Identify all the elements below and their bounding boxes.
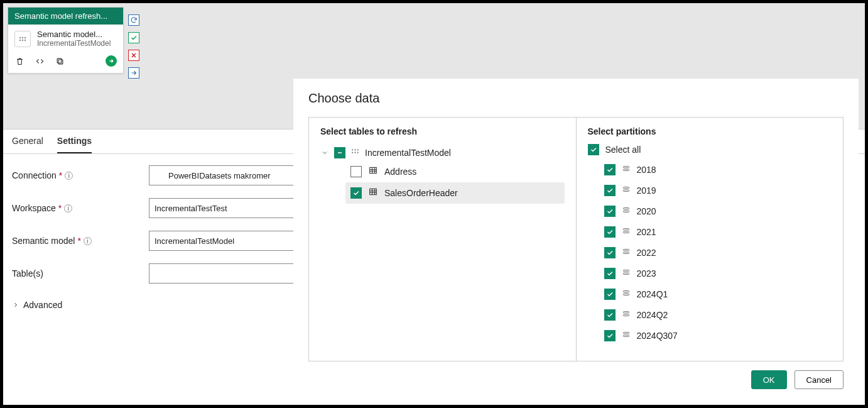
workspace-label: Workspace * i [12, 203, 149, 213]
delete-icon[interactable] [14, 56, 24, 66]
success-status-icon[interactable] [128, 32, 139, 43]
required-marker: * [59, 170, 62, 180]
cancel-button[interactable]: Cancel [795, 370, 844, 389]
svg-rect-35 [623, 294, 629, 295]
svg-point-18 [354, 152, 355, 153]
table-row[interactable]: SalesOrderHeader [345, 182, 565, 204]
partition-label: 2019 [637, 185, 656, 196]
activity-labels: Semantic model... IncrementalTestModel [37, 30, 111, 48]
partition-row[interactable]: 2020 [604, 206, 832, 217]
select-all-checkbox[interactable] [588, 144, 599, 155]
select-all-label: Select all [605, 145, 641, 155]
svg-point-3 [19, 39, 21, 40]
partition-label: 2023 [637, 268, 656, 278]
skip-status-icon[interactable] [128, 67, 139, 79]
tables-label: Table(s) [12, 268, 149, 278]
partition-row[interactable]: 2023 [604, 268, 832, 279]
semantic-model-label: Semantic model * i [12, 236, 149, 246]
activity-footer-actions [14, 56, 65, 66]
partition-row[interactable]: 2019 [604, 185, 832, 196]
svg-rect-39 [623, 335, 629, 336]
tables-pane-title: Select tables to refresh [320, 126, 565, 136]
table-row[interactable]: Address [345, 161, 565, 182]
code-icon[interactable] [35, 56, 45, 66]
tab-general[interactable]: General [12, 136, 43, 153]
run-button[interactable] [106, 55, 117, 67]
partition-row[interactable]: 2024Q307 [604, 330, 832, 341]
select-all-row[interactable]: Select all [588, 144, 832, 155]
partition-checkbox[interactable] [604, 289, 616, 300]
modal-footer: OK Cancel [308, 361, 844, 389]
partition-label: 2024Q2 [637, 310, 668, 320]
partition-checkbox[interactable] [604, 226, 616, 238]
chevron-down-icon[interactable] [320, 149, 329, 157]
tree-root-label: IncrementalTestModel [365, 148, 451, 158]
svg-rect-34 [623, 291, 629, 292]
svg-rect-7 [57, 58, 62, 63]
modal-title: Choose data [308, 91, 844, 106]
svg-rect-27 [623, 211, 629, 212]
partition-label: 2024Q1 [637, 289, 668, 299]
svg-point-17 [352, 152, 353, 153]
svg-rect-31 [623, 252, 629, 253]
svg-rect-28 [623, 229, 629, 230]
ok-button[interactable]: OK [751, 370, 787, 389]
partition-checkbox[interactable] [604, 185, 616, 196]
copy-icon[interactable] [55, 56, 65, 66]
tab-settings[interactable]: Settings [57, 136, 92, 153]
partition-checkbox[interactable] [604, 247, 616, 258]
partition-icon [622, 226, 631, 238]
partition-row[interactable]: 2021 [604, 226, 832, 238]
table-checkbox[interactable] [350, 187, 362, 199]
dataset-icon [14, 31, 31, 47]
refresh-status-icon[interactable] [128, 14, 139, 26]
svg-rect-30 [623, 250, 629, 251]
tables-pane: Select tables to refresh IncrementalTest… [309, 118, 576, 361]
partition-label: 2020 [637, 206, 656, 216]
partition-label: 2022 [637, 248, 656, 258]
partition-checkbox[interactable] [604, 268, 616, 279]
partition-row[interactable]: 2024Q2 [604, 309, 832, 321]
partition-checkbox[interactable] [604, 164, 616, 175]
activity-subtitle: IncrementalTestModel [37, 39, 111, 48]
error-status-icon[interactable] [128, 50, 139, 61]
partition-icon [622, 247, 631, 258]
svg-point-14 [352, 149, 353, 150]
svg-rect-38 [623, 333, 629, 334]
svg-point-1 [22, 36, 23, 38]
activity-body: Semantic model... IncrementalTestModel [8, 25, 123, 50]
partition-checkbox[interactable] [604, 330, 616, 341]
info-icon[interactable]: i [84, 237, 92, 245]
svg-point-15 [354, 149, 355, 150]
partition-row[interactable]: 2018 [604, 164, 832, 175]
partition-checkbox[interactable] [604, 206, 616, 217]
svg-rect-33 [623, 273, 629, 274]
partition-icon [622, 185, 631, 196]
partition-checkbox[interactable] [604, 309, 616, 321]
table-label: Address [384, 167, 416, 177]
advanced-label: Advanced [23, 300, 62, 310]
partition-icon [622, 206, 631, 217]
svg-point-0 [19, 36, 21, 38]
partition-row[interactable]: 2022 [604, 247, 832, 258]
root-checkbox[interactable] [334, 147, 345, 158]
info-icon[interactable]: i [65, 172, 73, 180]
svg-rect-23 [623, 169, 629, 170]
partitions-pane: Select partitions Select all 2018 2019 2… [576, 118, 844, 361]
svg-point-16 [357, 149, 359, 150]
svg-rect-26 [623, 208, 629, 209]
partition-icon [622, 268, 631, 279]
svg-rect-20 [370, 167, 377, 173]
partition-row[interactable]: 2024Q1 [604, 289, 832, 300]
partition-icon [622, 164, 631, 175]
info-icon[interactable]: i [64, 204, 72, 212]
svg-rect-25 [623, 190, 629, 191]
tree-root[interactable]: IncrementalTestModel [320, 144, 565, 161]
table-checkbox[interactable] [350, 166, 362, 177]
table-label: SalesOrderHeader [384, 188, 458, 198]
svg-rect-36 [623, 312, 629, 313]
activity-status-icons [128, 14, 139, 79]
activity-title: Semantic model... [37, 30, 111, 39]
table-icon [368, 165, 378, 178]
svg-point-2 [24, 36, 26, 38]
